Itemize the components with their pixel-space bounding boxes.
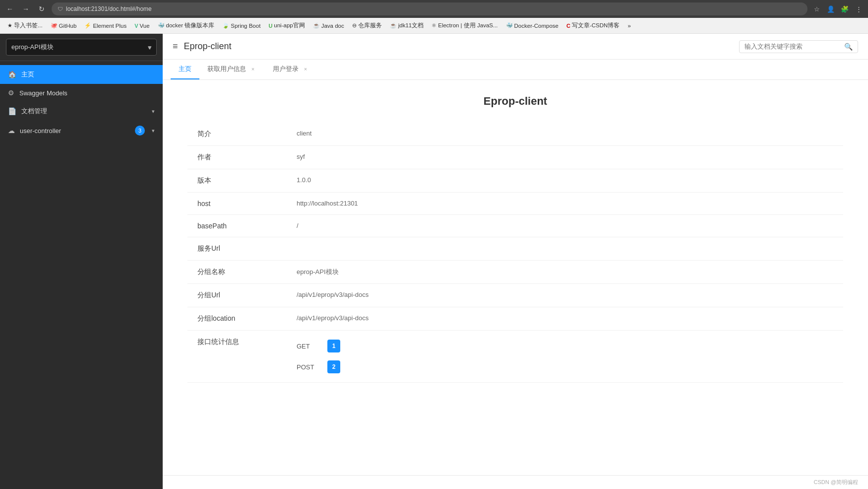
- bookmark-jdk11-label: jdk11文档: [398, 22, 424, 29]
- info-key-basepath: basePath: [187, 215, 287, 237]
- tab-get-user-info-close[interactable]: ×: [249, 65, 257, 73]
- star-icon: ★: [7, 22, 12, 29]
- sidebar-toggle-button[interactable]: ≡: [173, 41, 178, 52]
- tab-user-login-close[interactable]: ×: [302, 65, 310, 73]
- content-area: ≡ Eprop-client 🔍 主页 获取用户信息 × 用户登录 ×: [163, 34, 868, 489]
- bookmark-electron[interactable]: ⚛ Electron | 使用 JavaS...: [428, 20, 501, 31]
- info-key-api-stats: 接口统计信息: [187, 331, 287, 383]
- info-value-group-url: /api/v1/eprop/v3/api-docs: [287, 284, 843, 307]
- info-value-brief: client: [287, 123, 843, 146]
- bookmark-java-doc[interactable]: ☕ Java doc: [310, 21, 348, 30]
- bookmark-github[interactable]: 🐙 GitHub: [47, 21, 80, 30]
- reload-button[interactable]: ↻: [36, 3, 48, 15]
- get-method-badge: 1: [327, 340, 340, 352]
- bookmark-spring-boot-label: Spring Boot: [231, 23, 260, 29]
- tab-user-login[interactable]: 用户登录 ×: [265, 60, 317, 79]
- info-row-host: host http://localhost:21301: [187, 193, 843, 215]
- bookmark-uni-app[interactable]: U uni-app官网: [265, 20, 308, 31]
- forward-button[interactable]: →: [20, 3, 32, 15]
- extensions-button[interactable]: 🧩: [839, 3, 850, 14]
- bookmark-element-plus[interactable]: ⚡ Element Plus: [81, 21, 130, 30]
- bookmark-docker-compose-label: Docker-Compose: [514, 23, 558, 29]
- bookmark-warehouse[interactable]: ⊖ 仓库服务: [349, 20, 385, 31]
- bookmark-import[interactable]: ★ 导入书签...: [4, 20, 46, 31]
- java-doc-icon: ☕: [313, 22, 320, 29]
- info-key-brief: 简介: [187, 123, 287, 146]
- swagger-icon: ⚙: [8, 89, 14, 97]
- info-value-api-stats: GET 1 POST 2: [287, 331, 843, 383]
- sidebar-item-doc-manage[interactable]: 📄 文档管理 ▾: [0, 102, 163, 121]
- electron-icon: ⚛: [432, 22, 436, 29]
- info-key-author: 作者: [187, 146, 287, 169]
- more-bookmarks-label: »: [627, 23, 630, 29]
- bookmark-star-button[interactable]: ☆: [811, 3, 822, 14]
- spring-boot-icon: 🍃: [222, 22, 229, 29]
- info-row-basepath: basePath /: [187, 215, 843, 237]
- get-method-label: GET: [297, 343, 321, 350]
- tabs-bar: 主页 获取用户信息 × 用户登录 ×: [163, 60, 868, 80]
- info-value-author: syf: [287, 146, 843, 169]
- sidebar-item-home[interactable]: 🏠 主页: [0, 65, 163, 84]
- info-value-group-name: eprop-API模块: [287, 261, 843, 284]
- address-bar[interactable]: 🛡 localhost:21301/doc.html#/home: [52, 2, 807, 15]
- module-select-wrapper: eprop-API模块 ▾: [6, 39, 157, 56]
- bookmark-docker[interactable]: 🐳 docker 镜像版本库: [154, 20, 218, 31]
- info-row-api-stats: 接口统计信息 GET 1 POST 2: [187, 331, 843, 383]
- vue-icon: V: [134, 23, 138, 29]
- sidebar-header: eprop-API模块 ▾: [0, 34, 163, 61]
- bookmark-vue[interactable]: V Vue: [131, 21, 153, 30]
- info-heading: Eprop-client: [187, 95, 843, 108]
- bookmark-spring-boot[interactable]: 🍃 Spring Boot: [219, 21, 264, 30]
- tab-home-label: 主页: [179, 65, 191, 73]
- info-key-group-location: 分组location: [187, 307, 287, 331]
- menu-button[interactable]: ⋮: [853, 3, 864, 14]
- bookmark-jdk11[interactable]: ☕ jdk11文档: [386, 20, 428, 31]
- bookmark-more[interactable]: »: [624, 21, 634, 30]
- tab-get-user-info[interactable]: 获取用户信息 ×: [199, 60, 265, 79]
- footer: CSDN @简明编程: [163, 475, 868, 489]
- info-value-host: http://localhost:21301: [287, 193, 843, 215]
- info-row-service-url: 服务Url: [187, 237, 843, 261]
- docker-compose-icon: 🐳: [506, 22, 513, 29]
- profile-button[interactable]: 👤: [825, 3, 836, 14]
- info-table: 简介 client 作者 syf 版本 1.0.0 host http://lo…: [187, 123, 843, 383]
- module-select[interactable]: eprop-API模块 ▾: [6, 39, 157, 56]
- browser-chrome: ← → ↻ 🛡 localhost:21301/doc.html#/home ☆…: [0, 0, 868, 18]
- search-input[interactable]: [744, 43, 841, 50]
- search-icon[interactable]: 🔍: [844, 43, 853, 51]
- user-controller-icon: ☁: [8, 127, 15, 135]
- bookmark-electron-label: Electron | 使用 JavaS...: [438, 22, 497, 29]
- home-icon: 🏠: [8, 70, 16, 78]
- bookmark-github-label: GitHub: [59, 23, 77, 29]
- back-button[interactable]: ←: [4, 3, 16, 15]
- hamburger-icon: ≡: [173, 41, 178, 52]
- tab-get-user-info-label: 获取用户信息: [207, 65, 246, 73]
- info-value-group-location: /api/v1/eprop/v3/api-docs: [287, 307, 843, 331]
- sidebar-item-home-label: 主页: [21, 70, 155, 79]
- csdn-icon: C: [566, 23, 570, 29]
- bookmark-csdn[interactable]: C 写文章-CSDN博客: [563, 20, 623, 31]
- sidebar-item-user-controller-label: user-controller: [20, 127, 130, 135]
- bookmark-uni-app-label: uni-app官网: [274, 22, 305, 29]
- bookmark-java-doc-label: Java doc: [321, 23, 344, 29]
- github-icon: 🐙: [51, 22, 58, 29]
- tab-home[interactable]: 主页: [171, 60, 199, 79]
- method-row-post: POST 2: [297, 358, 833, 375]
- info-value-version: 1.0.0: [287, 169, 843, 193]
- doc-manage-chevron-icon: ▾: [152, 108, 155, 115]
- info-row-group-url: 分组Url /api/v1/eprop/v3/api-docs: [187, 284, 843, 307]
- url-text: localhost:21301/doc.html#/home: [66, 5, 152, 12]
- search-bar: 🔍: [739, 40, 858, 53]
- bookmark-vue-label: Vue: [140, 23, 150, 29]
- post-method-badge: 2: [327, 360, 340, 373]
- bookmark-warehouse-label: 仓库服务: [358, 22, 382, 29]
- info-row-author: 作者 syf: [187, 146, 843, 169]
- page-title: Eprop-client: [184, 41, 733, 52]
- lock-icon: 🛡: [58, 6, 63, 12]
- bookmark-docker-compose[interactable]: 🐳 Docker-Compose: [502, 21, 562, 30]
- sidebar-item-swagger[interactable]: ⚙ Swagger Models: [0, 84, 163, 102]
- doc-icon: 📄: [8, 107, 16, 115]
- bookmark-csdn-label: 写文章-CSDN博客: [572, 22, 620, 29]
- docker-icon: 🐳: [158, 22, 165, 29]
- sidebar-item-user-controller[interactable]: ☁ user-controller 3 ▾: [0, 121, 163, 140]
